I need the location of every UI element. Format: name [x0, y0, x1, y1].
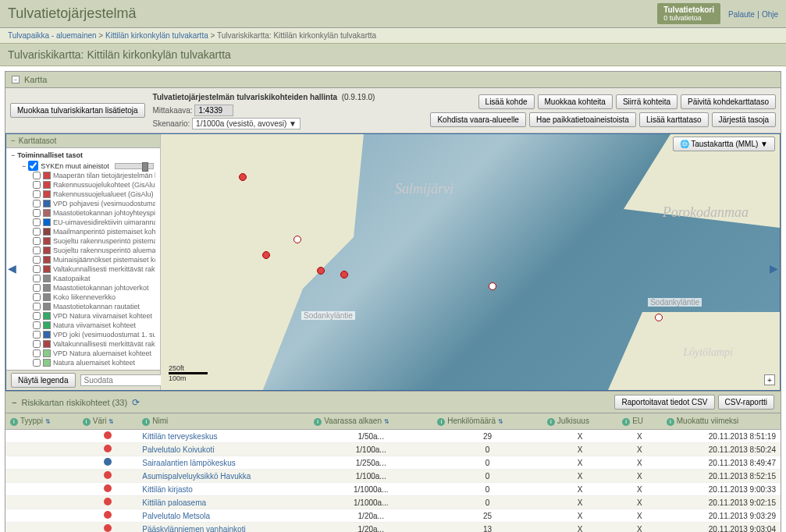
col-color[interactable]: iVäri ⇅ [78, 413, 138, 430]
table-row[interactable]: Kittilän terveyskeskus1/50a...29XX20.11.… [5, 430, 781, 443]
layer-checkbox[interactable] [33, 256, 41, 264]
col-danger[interactable]: iVaarassa alkaen ⇅ [309, 413, 432, 430]
layer-item[interactable]: Suojeltu rakennusperintö pistemaiset koh… [11, 236, 155, 246]
layer-item[interactable]: Maailmanperintö pistemaiset kohteet [11, 227, 155, 236]
layer-checkbox[interactable] [33, 246, 41, 254]
layer-item[interactable]: VPD joki (vesimuodostumat 1. suunnittelu… [11, 330, 155, 339]
layer-item[interactable]: VPD pohjavesi (vesimuodostumat 1. suunn [11, 199, 155, 208]
risk-name-link[interactable]: Kittilän terveyskeskus [142, 432, 217, 441]
layer-checkbox[interactable] [33, 340, 41, 348]
table-row[interactable]: Palvelutalo Metsola1/20a...25XX20.11.201… [5, 509, 781, 523]
layer-item[interactable]: Kaatopaikat [11, 274, 155, 283]
table-row[interactable]: Sairaalantien lämpökeskus1/250a...0XX20.… [5, 456, 781, 470]
col-modified[interactable]: iMuokattu viimeksi [662, 413, 781, 430]
col-public[interactable]: iJulkisuus [542, 413, 617, 430]
risk-zone-button[interactable]: Kohdista vaara-alueelle [430, 112, 526, 127]
layer-checkbox[interactable] [33, 190, 41, 198]
layer-item[interactable]: Valtakunnallisesti merkittävät rakennetu… [11, 264, 155, 274]
layer-item[interactable]: EU-uimavesidirektiivin uimarannat [11, 218, 155, 227]
layer-item[interactable]: Valtakunnallisesti merkittävät rakennetu… [11, 339, 155, 349]
collapse-icon[interactable]: − [12, 398, 16, 407]
layer-item[interactable]: VPD Natura aluemaiset kohteet [11, 349, 155, 358]
map-marker[interactable] [293, 236, 301, 243]
map-marker[interactable] [489, 282, 496, 290]
map-canvas[interactable]: Salmijärvi Porokodanmaa Löytölampi Sodan… [161, 134, 780, 390]
layer-tree[interactable]: − Toiminnalliset tasot − SYKEn muut aine… [6, 148, 160, 370]
risk-name-link[interactable]: Kittilän kirjasto [142, 485, 192, 494]
edit-settings-button[interactable]: Muokkaa tulvariskikartan lisätietoja [10, 103, 145, 118]
table-row[interactable]: Palvelutalo Koivukoti1/100a...0XX20.11.2… [5, 443, 781, 456]
layer-checkbox[interactable] [33, 275, 41, 282]
risk-name-link[interactable]: Palvelutalo Metsola [142, 512, 210, 520]
layer-checkbox[interactable] [33, 303, 41, 310]
layer-checkbox[interactable] [33, 209, 41, 217]
col-eu[interactable]: iEU [617, 413, 662, 430]
layer-checkbox[interactable] [28, 161, 38, 171]
layer-item[interactable]: Maastotietokannan rautatiet [11, 302, 155, 311]
layer-checkbox[interactable] [33, 228, 41, 236]
collapse-icon[interactable]: − [11, 137, 16, 145]
collapse-icon[interactable]: − [11, 151, 15, 159]
layer-item[interactable]: VPD Natura viivamaiset kohteet [11, 311, 155, 321]
table-row[interactable]: Pääskylänniemen vanhainkoti1/20a...13XX2… [5, 523, 781, 533]
layer-checkbox[interactable] [33, 237, 41, 245]
layer-item[interactable]: Maaperän tilan tietojärjestelmän kohteet… [11, 171, 155, 180]
map-zoom-icon[interactable]: + [764, 374, 775, 385]
scale-input[interactable] [194, 105, 233, 116]
col-persons[interactable]: iHenkilömäärä ⇅ [432, 413, 542, 430]
layer-checkbox[interactable] [33, 312, 41, 320]
layer-item[interactable]: Rakennussuojelukohteet (GisAlu) [11, 180, 155, 190]
layer-checkbox[interactable] [33, 265, 41, 273]
layer-checkbox[interactable] [33, 293, 41, 301]
layer-checkbox[interactable] [33, 359, 41, 367]
basket-widget[interactable]: Tulvatietokori 0 tulvatietoa [657, 3, 720, 24]
layer-item[interactable]: Maastotietokannan johtoverkot [11, 283, 155, 293]
scenario-select[interactable]: 1/1000a (vesistö, avovesi) ▼ [192, 118, 301, 129]
help-link[interactable]: Ohje [762, 10, 778, 19]
breadcrumb-2[interactable]: Kittilän kirkonkylän tulvakartta [105, 31, 208, 40]
edit-targets-button[interactable]: Muokkaa kohteita [538, 94, 613, 109]
refresh-icon[interactable]: ⟳ [132, 397, 140, 408]
risk-name-link[interactable]: Sairaalantien lämpökeskus [142, 459, 236, 467]
layer-checkbox[interactable] [33, 321, 41, 329]
layer-item[interactable]: Koko liikenneverkko [11, 293, 155, 302]
collapse-icon[interactable]: − [12, 76, 20, 83]
move-targets-button[interactable]: Siirrä kohteita [616, 94, 678, 109]
layer-item[interactable]: Suojeltu rakennusperintö aluemaiset koht… [11, 246, 155, 255]
layer-item[interactable]: Muinaisjäännökset pistemaiset kohteet [11, 255, 155, 264]
map-nav-left-icon[interactable]: ◀ [8, 262, 16, 275]
add-target-button[interactable]: Lisää kohde [478, 94, 535, 109]
layer-item[interactable]: Natura aluemaiset kohteet [11, 358, 155, 367]
add-layer-button[interactable]: Lisää karttataso [639, 112, 709, 127]
layer-item[interactable]: Natura viivamaiset kohteet [11, 321, 155, 330]
layer-checkbox[interactable] [33, 172, 41, 179]
map-marker[interactable] [239, 173, 247, 181]
risk-name-link[interactable]: Kittilän paloasema [142, 498, 206, 507]
update-targets-button[interactable]: Päivitä kohdekarttataso [681, 94, 776, 109]
fetch-button[interactable]: Hae paikkatietoaineistoista [529, 112, 636, 127]
map-panel-header[interactable]: − Kartta [5, 72, 781, 88]
col-type[interactable]: iTyyppi ⇅ [5, 413, 78, 430]
layer-checkbox[interactable] [33, 284, 41, 292]
map-marker[interactable] [262, 251, 270, 259]
table-row[interactable]: Asumispalveluyksikkö Havukka1/100a...0XX… [5, 470, 781, 483]
col-name[interactable]: iNimi [137, 413, 309, 430]
breadcrumb-1[interactable]: Tulvapaikka - aluemainen [8, 31, 97, 40]
csv-report-2-button[interactable]: CSV-raportti [718, 395, 774, 410]
collapse-icon[interactable]: − [22, 162, 26, 170]
arrange-button[interactable]: Järjestä tasoja [712, 112, 776, 127]
layer-checkbox[interactable] [33, 331, 41, 339]
csv-report-1-button[interactable]: Raportoitavat tiedot CSV [614, 395, 714, 410]
layer-panel-header[interactable]: − Karttatasot [6, 134, 160, 148]
map-nav-right-icon[interactable]: ▶ [770, 262, 778, 275]
show-legend-button[interactable]: Näytä legenda [11, 373, 76, 388]
basemap-button[interactable]: 🌐 Taustakartta (MML) ▼ [673, 137, 775, 151]
layer-checkbox[interactable] [33, 218, 41, 226]
map-marker[interactable] [340, 271, 348, 278]
risk-name-link[interactable]: Palvelutalo Koivukoti [142, 445, 214, 454]
risk-name-link[interactable]: Pääskylänniemen vanhainkoti [142, 525, 245, 533]
map-marker[interactable] [317, 267, 325, 275]
risk-name-link[interactable]: Asumispalveluyksikkö Havukka [142, 472, 251, 481]
table-row[interactable]: Kittilän kirjasto1/1000a...0XX20.11.2013… [5, 483, 781, 496]
feedback-link[interactable]: Palaute [728, 10, 755, 19]
